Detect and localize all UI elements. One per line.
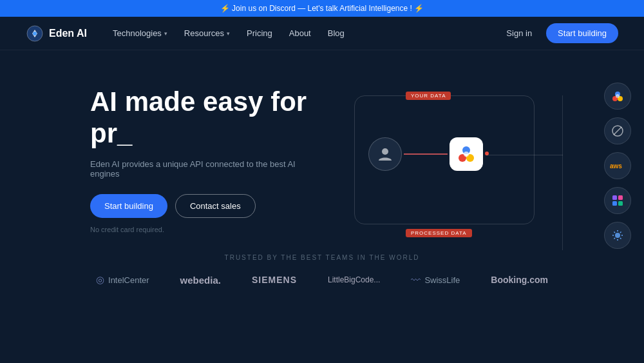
nav-about[interactable]: About — [283, 25, 317, 42]
hero-diagram: YOUR DATA PROCESSED DATA — [335, 63, 644, 270]
svg-rect-15 — [618, 195, 623, 200]
no-credit-text: No credit card required. — [90, 226, 361, 233]
eden-center-icon — [450, 137, 483, 171]
google-icon — [604, 83, 631, 110]
navbar: Eden AI Technologies ▾ Resources ▾ Prici… — [0, 17, 644, 50]
svg-text:aws: aws — [610, 162, 622, 170]
hero-contact-sales-button[interactable]: Contact sales — [175, 194, 256, 218]
hero-left: AI made easy for pr_ Eden AI provides a … — [90, 86, 361, 233]
processed-data-label: PROCESSED DATA — [406, 229, 472, 237]
logos-row: ◎ IntelCenter webedia. SIEMENS LittleBig… — [0, 274, 644, 286]
top-banner[interactable]: ⚡ Join us on Discord — Let's talk Artifi… — [0, 0, 644, 17]
svg-line-24 — [620, 238, 621, 239]
svg-rect-14 — [612, 195, 617, 200]
connector-line — [404, 153, 448, 155]
intelcenter-symbol: ◎ — [96, 274, 104, 286]
nav-technologies[interactable]: Technologies ▾ — [106, 25, 174, 42]
nav-start-building-button[interactable]: Start building — [546, 23, 618, 43]
nav-resources[interactable]: Resources ▾ — [178, 25, 236, 42]
nav-links: Technologies ▾ Resources ▾ Pricing About… — [106, 25, 500, 42]
svg-point-10 — [616, 94, 620, 98]
nav-blog[interactable]: Blog — [321, 25, 351, 42]
logo-littlebigcode: LittleBigCode... — [328, 275, 380, 284]
hero-subtitle: Eden AI provides a unique API connected … — [90, 159, 296, 179]
logo-text: Eden AI — [49, 28, 87, 39]
logo-booking: Booking.com — [491, 275, 548, 285]
logo-webedia: webedia. — [180, 275, 221, 286]
svg-rect-17 — [618, 201, 623, 206]
svg-rect-16 — [612, 201, 617, 206]
aws-icon: aws — [604, 152, 631, 179]
v-connector-line — [562, 95, 563, 250]
sign-in-button[interactable]: Sign in — [500, 25, 538, 42]
logo-siemens: SIEMENS — [252, 275, 297, 285]
svg-line-12 — [614, 127, 621, 135]
svg-point-18 — [615, 233, 620, 238]
svg-line-26 — [620, 232, 621, 233]
hero-buttons: Start building Contact sales — [90, 194, 361, 218]
lightbulb-icon — [604, 222, 631, 249]
svg-point-6 — [464, 152, 469, 157]
svg-point-1 — [33, 32, 37, 35]
webedia-name: webedia. — [180, 275, 221, 286]
swisslife-symbol: 〰 — [411, 275, 421, 286]
nav-right: Sign in Start building — [500, 23, 618, 43]
block-icon — [604, 117, 631, 144]
your-data-label: YOUR DATA — [406, 92, 451, 100]
hero-start-building-button[interactable]: Start building — [90, 194, 167, 218]
chevron-down-icon: ▾ — [164, 30, 167, 37]
swisslife-name: SwissLife — [424, 275, 460, 285]
littlebigcode-name: LittleBigCode... — [328, 275, 380, 284]
svg-point-2 — [382, 148, 388, 155]
purple-provider-icon — [604, 187, 631, 214]
svg-line-23 — [614, 232, 616, 233]
person-icon — [368, 137, 402, 171]
siemens-name: SIEMENS — [252, 275, 297, 285]
svg-line-25 — [614, 238, 616, 239]
logo[interactable]: Eden AI — [26, 25, 87, 43]
intelcenter-name: IntelCenter — [108, 275, 149, 285]
logo-intelcenter: ◎ IntelCenter — [96, 274, 149, 286]
hero-title: AI made easy for pr_ — [90, 86, 361, 149]
hero-section: AI made easy for pr_ Eden AI provides a … — [0, 50, 644, 244]
h-connector-line — [486, 155, 563, 155]
ai-providers-column: aws — [604, 83, 631, 249]
diagram-container: YOUR DATA PROCESSED DATA — [335, 63, 644, 270]
logo-icon — [26, 25, 44, 43]
logo-swisslife: 〰 SwissLife — [411, 275, 460, 286]
nav-pricing[interactable]: Pricing — [240, 25, 279, 42]
chevron-down-icon: ▾ — [227, 30, 230, 37]
booking-name: Booking.com — [491, 275, 548, 285]
banner-text: ⚡ Join us on Discord — Let's talk Artifi… — [220, 4, 424, 13]
